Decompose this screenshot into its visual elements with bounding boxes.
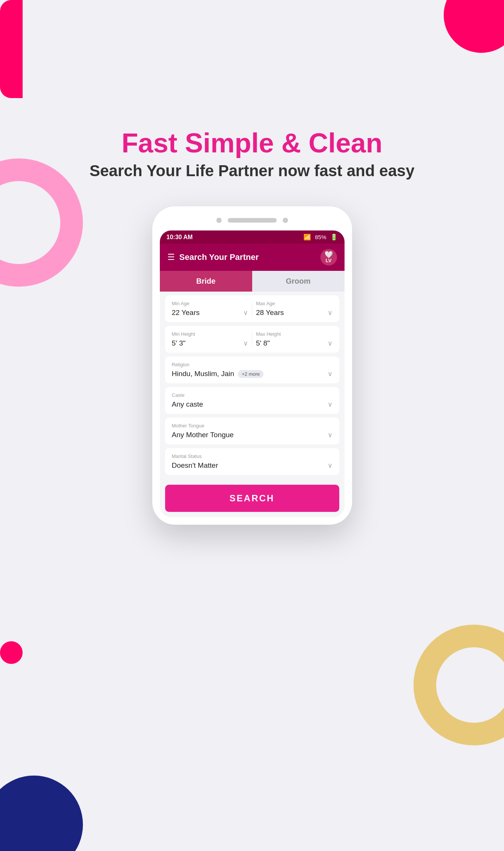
bg-decoration-blue-bottom — [0, 776, 83, 851]
height-divider — [252, 331, 252, 347]
max-age-chevron-icon: ∨ — [328, 309, 332, 317]
search-button[interactable]: SEARCH — [165, 485, 339, 512]
max-height-chevron-icon: ∨ — [328, 339, 332, 347]
mother-tongue-label: Mother Tongue — [172, 423, 332, 429]
caste-label: Caste — [172, 392, 332, 398]
marital-status-label: Marital Status — [172, 453, 332, 459]
religion-row: Hindu, Muslim, Jain +2 more — [172, 370, 264, 378]
age-field-card: Min Age 22 Years ∨ Max Age 28 Years ∨ — [165, 295, 339, 322]
religion-more-badge: +2 more — [238, 370, 263, 378]
user-avatar[interactable]: 🤍 LV — [320, 249, 337, 266]
max-age-value-row: 28 Years ∨ — [256, 309, 332, 317]
max-height-field[interactable]: Max Height 5' 8" ∨ — [256, 331, 332, 347]
status-bar: 10:30 AM 📶 85% 🔋 — [160, 230, 345, 244]
max-age-label: Max Age — [256, 301, 332, 306]
max-age-field[interactable]: Max Age 28 Years ∨ — [256, 301, 332, 317]
caste-chevron-icon: ∨ — [328, 400, 332, 409]
caste-field-card[interactable]: Caste Any caste ∨ — [165, 387, 339, 414]
mother-tongue-value-row: Any Mother Tongue ∨ — [172, 431, 332, 439]
min-age-value-row: 22 Years ∨ — [172, 309, 248, 317]
wifi-icon: 📶 — [303, 233, 311, 241]
min-age-value: 22 Years — [172, 309, 200, 317]
battery-percent: 85% — [315, 234, 326, 240]
height-field-card: Min Height 5' 3" ∨ Max Height 5' 8" ∨ — [165, 326, 339, 353]
caste-value-row: Any caste ∨ — [172, 400, 332, 409]
app-header-left: ☰ Search Your Partner — [167, 252, 259, 262]
status-time: 10:30 AM — [167, 234, 193, 241]
phone-camera — [216, 218, 222, 223]
phone-mockup: 10:30 AM 📶 85% 🔋 ☰ Search Your Partner 🤍… — [152, 206, 352, 525]
min-height-chevron-icon: ∨ — [243, 339, 248, 347]
min-height-field[interactable]: Min Height 5' 3" ∨ — [172, 331, 248, 347]
tab-bride[interactable]: Bride — [160, 271, 252, 292]
min-height-value: 5' 3" — [172, 339, 186, 347]
min-height-label: Min Height — [172, 331, 248, 337]
max-height-label: Max Height — [256, 331, 332, 337]
header-subtitle: Search Your Life Partner now fast and ea… — [0, 162, 504, 180]
religion-chevron-icon: ∨ — [328, 370, 332, 378]
religion-value: Hindu, Muslim, Jain — [172, 370, 234, 378]
battery-icon: 🔋 — [330, 233, 338, 241]
mother-tongue-value: Any Mother Tongue — [172, 431, 234, 439]
form-section: Min Age 22 Years ∨ Max Age 28 Years ∨ — [160, 292, 345, 482]
caste-value: Any caste — [172, 400, 203, 409]
min-age-chevron-icon: ∨ — [243, 309, 248, 317]
phone-top-bar — [160, 214, 345, 227]
mother-tongue-field-card[interactable]: Mother Tongue Any Mother Tongue ∨ — [165, 418, 339, 444]
app-header: ☰ Search Your Partner 🤍 LV — [160, 244, 345, 271]
header-title: Fast Simple & Clean — [0, 128, 504, 158]
age-row: Min Age 22 Years ∨ Max Age 28 Years ∨ — [172, 301, 332, 317]
tab-groom[interactable]: Groom — [252, 271, 345, 292]
phone-sensor — [283, 218, 288, 223]
bg-decoration-top-right — [444, 0, 504, 53]
marital-status-value: Doesn't Matter — [172, 461, 218, 470]
religion-field-card[interactable]: Religion Hindu, Muslim, Jain +2 more ∨ — [165, 356, 339, 383]
bg-decoration-bar-right — [0, 0, 23, 98]
avatar-initials: LV — [326, 258, 332, 263]
bg-decoration-yellow-ring — [414, 625, 504, 745]
marital-status-chevron-icon: ∨ — [328, 461, 332, 470]
phone-mockup-container: 10:30 AM 📶 85% 🔋 ☰ Search Your Partner 🤍… — [0, 206, 504, 525]
marital-status-value-row: Doesn't Matter ∨ — [172, 461, 332, 470]
page-header: Fast Simple & Clean Search Your Life Par… — [0, 98, 504, 195]
app-header-title: Search Your Partner — [179, 252, 259, 262]
height-row: Min Height 5' 3" ∨ Max Height 5' 8" ∨ — [172, 331, 332, 347]
status-right: 📶 85% 🔋 — [303, 233, 337, 241]
min-age-field[interactable]: Min Age 22 Years ∨ — [172, 301, 248, 317]
religion-value-row: Hindu, Muslim, Jain +2 more ∨ — [172, 370, 332, 378]
mother-tongue-chevron-icon: ∨ — [328, 431, 332, 439]
religion-label: Religion — [172, 362, 332, 367]
phone-screen: 10:30 AM 📶 85% 🔋 ☰ Search Your Partner 🤍… — [160, 230, 345, 517]
age-divider — [252, 301, 252, 317]
max-height-value: 5' 8" — [256, 339, 270, 347]
max-height-value-row: 5' 8" ∨ — [256, 339, 332, 347]
max-age-value: 28 Years — [256, 309, 284, 317]
tab-bar: Bride Groom — [160, 271, 345, 292]
marital-status-field-card[interactable]: Marital Status Doesn't Matter ∨ — [165, 448, 339, 475]
phone-speaker — [228, 218, 277, 223]
hamburger-icon[interactable]: ☰ — [167, 252, 175, 262]
min-height-value-row: 5' 3" ∨ — [172, 339, 248, 347]
min-age-label: Min Age — [172, 301, 248, 306]
bg-decoration-pink-small — [0, 641, 23, 664]
